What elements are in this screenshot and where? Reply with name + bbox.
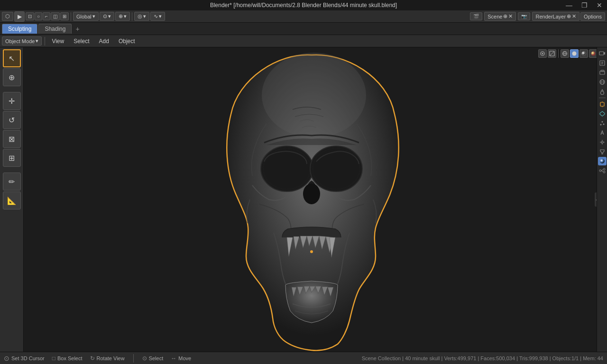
svg-point-28	[600, 91, 604, 95]
prop-world-icon[interactable]	[598, 87, 607, 96]
svg-line-47	[601, 171, 603, 172]
skull-svg	[212, 48, 411, 351]
status-select: ⊙ Select	[142, 355, 164, 362]
scene-name-btn[interactable]: Scene ⊕ ✕	[484, 12, 516, 21]
sep2	[132, 12, 132, 21]
window-controls: — ❐ ✕	[561, 0, 607, 10]
maximize-button[interactable]: ❐	[577, 0, 592, 10]
proportional-btn[interactable]: ◎ ▾	[134, 12, 149, 21]
renderlayer-name-btn[interactable]: RenderLayer ⊕ ✕	[532, 12, 579, 21]
prop-viewlayer-icon[interactable]	[598, 68, 607, 77]
prop-scene-icon[interactable]	[598, 78, 607, 86]
tab-shading[interactable]: Shading	[38, 24, 72, 34]
left-toolbar: ↖ ⊕ ✛ ↺ ⊠ ⊞ ✏ 📐	[0, 47, 24, 352]
select-mode-buttons: ⊡ ○ ⌐ ◫ ⊞	[26, 12, 69, 20]
falloff-btn[interactable]: ∿ ▾	[150, 12, 165, 21]
mode-select-arrow[interactable]: ▶	[14, 11, 25, 22]
close-button[interactable]: ✕	[592, 0, 607, 10]
rotate-icon: ↺	[9, 116, 15, 125]
circle-select-btn[interactable]: ○	[35, 12, 42, 20]
snap-btn[interactable]: ⊕ ▾	[115, 12, 130, 21]
prop-physics-icon[interactable]	[598, 128, 607, 137]
move-label: Move	[178, 355, 191, 361]
sep1	[71, 12, 71, 21]
set-3d-cursor-label: Set 3D Cursor	[11, 355, 45, 361]
menu-add[interactable]: Add	[95, 37, 113, 46]
skull-background	[24, 47, 599, 352]
proportional-arrow: ▾	[143, 13, 146, 19]
status-sep	[133, 354, 134, 363]
global-label: Global	[76, 14, 92, 19]
xray-toggle-btn[interactable]	[548, 49, 556, 58]
prop-modifier-icon[interactable]	[598, 109, 607, 118]
svg-point-33	[600, 124, 601, 126]
svg-point-8	[542, 53, 543, 55]
scene-del-icon: ✕	[508, 13, 513, 19]
svg-point-0	[262, 53, 366, 138]
box-select-btn[interactable]: ⊡	[26, 12, 34, 20]
tool-transform[interactable]: ⊞	[3, 149, 21, 167]
svg-point-16	[591, 52, 596, 56]
tool-measure[interactable]: 📐	[3, 191, 21, 209]
workspace-tabs: Sculpting Shading +	[0, 23, 607, 35]
cursor3d-icon: ⊙	[4, 355, 9, 362]
prop-nodes-icon[interactable]	[598, 166, 607, 175]
vp-sep	[558, 49, 559, 58]
invert-select-btn[interactable]: ◫	[51, 12, 60, 20]
tool-scale[interactable]: ⊠	[3, 130, 21, 148]
renderlayer-name: RenderLayer	[535, 14, 566, 19]
scene-icon-btn[interactable]: 🎬	[470, 12, 482, 20]
rotate-view-label: Rotate View	[97, 355, 125, 361]
rotate-view-icon: ↻	[90, 355, 95, 362]
status-boxselect: □ Box Select	[52, 355, 83, 362]
viewport-overlay-btn[interactable]	[538, 49, 547, 58]
wireframe-btn[interactable]	[561, 49, 569, 58]
title-text: Blender* [/home/will/Documents/2.8 Blend…	[210, 2, 397, 9]
prop-render-icon[interactable]	[598, 49, 607, 58]
measure-icon: 📐	[7, 196, 17, 205]
svg-point-5	[303, 183, 320, 204]
viewport[interactable]: ◀	[24, 47, 599, 352]
options-button[interactable]: Options	[580, 12, 605, 21]
extend-select-btn[interactable]: ⊞	[60, 12, 69, 20]
material-preview-btn[interactable]	[579, 49, 588, 58]
prop-object-icon[interactable]	[598, 100, 607, 109]
minimize-button[interactable]: —	[561, 0, 577, 10]
tool-move[interactable]: ✛	[3, 92, 21, 110]
annotate-icon: ✏	[9, 177, 15, 186]
box-select-label: Box Select	[57, 355, 83, 361]
lasso-select-btn[interactable]: ⌐	[43, 12, 50, 20]
object-mode-dropdown[interactable]: Object Mode ▾	[2, 36, 42, 46]
menu-object[interactable]: Object	[115, 37, 139, 46]
select-icon: ↖	[9, 54, 15, 63]
solid-btn[interactable]	[570, 49, 579, 58]
falloff-arrow: ▾	[159, 13, 162, 19]
tool-cursor[interactable]: ⊕	[3, 68, 21, 86]
transform-global-btn[interactable]: Global ▾	[73, 12, 99, 21]
prop-data-icon[interactable]	[598, 147, 607, 156]
prop-output-icon[interactable]	[598, 59, 607, 67]
editor-type-button[interactable]: ⬡	[2, 12, 13, 21]
renderlayer-icon-btn[interactable]: 📷	[518, 12, 530, 20]
pivot-icon: ⊙	[103, 13, 107, 19]
prop-particles-icon[interactable]	[598, 119, 607, 127]
menu-select[interactable]: Select	[70, 37, 93, 46]
tab-sculpting[interactable]: Sculpting	[2, 24, 37, 34]
move-status-icon: ↔	[171, 355, 176, 362]
prop-material-icon[interactable]	[598, 157, 607, 165]
tool-select[interactable]: ↖	[3, 49, 21, 67]
tab-add-button[interactable]: +	[73, 24, 82, 34]
svg-point-14	[572, 52, 577, 56]
pivot-btn[interactable]: ⊙ ▾	[100, 12, 114, 21]
object-mode-label: Object Mode	[5, 38, 35, 44]
workspace: ⬡ ▶ ⊡ ○ ⌐ ◫ ⊞ Global ▾ ⊙ ▾ ⊕ ▾ ◎ ▾ ∿	[0, 10, 607, 364]
tool-annotate[interactable]: ✏	[3, 173, 21, 191]
menu-view[interactable]: View	[48, 37, 68, 46]
svg-point-15	[582, 52, 586, 56]
tool-rotate[interactable]: ↺	[3, 111, 21, 129]
prop-constraints-icon[interactable]	[598, 138, 607, 146]
snap-arrow: ▾	[124, 13, 127, 19]
scene-copy-icon: ⊕	[503, 13, 507, 19]
svg-rect-17	[599, 52, 604, 55]
statusbar: ⊙ Set 3D Cursor □ Box Select ↻ Rotate Vi…	[0, 352, 607, 364]
